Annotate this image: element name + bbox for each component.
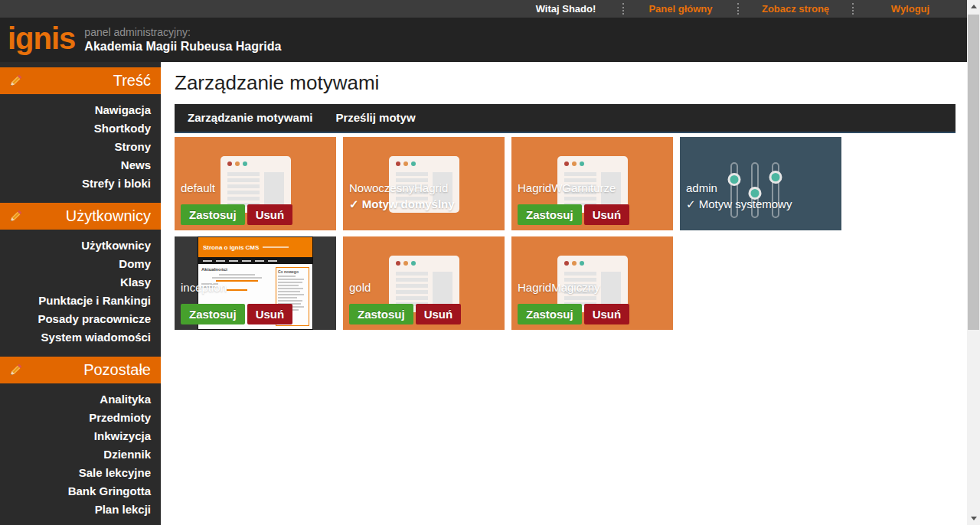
window-dots-icon [564,261,621,266]
preview-navbar [198,257,312,264]
sidebar-item-uzytkownicy[interactable]: Użytkownicy [10,236,151,255]
window-dots-icon [564,161,621,166]
theme-tabbar: Zarządzanie motywami Prześlij motyw [175,104,956,133]
theme-actions: Zastosuj Usuń [518,304,629,324]
tab-zarzadzanie-motywami[interactable]: Zarządzanie motywami [176,103,324,132]
delete-theme-button[interactable]: Usuń [247,304,293,324]
sidebar-item-system-wiadomosci[interactable]: System wiadomości [10,328,151,347]
section-title: Treść [23,72,161,90]
apply-theme-button[interactable]: Zastosuj [349,304,413,324]
preview-header: Strona o Ignis CMS [198,237,312,257]
theme-actions: Zastosuj Usuń [349,304,461,324]
theme-name: NowoczesnyHagrid [349,181,448,194]
default-theme-badge: ✓ Motyw domyślny [349,197,455,211]
theme-name: HagridMagiczny [518,281,600,294]
topbar-link-zobacz-strone[interactable]: Zobacz stronę [739,0,852,18]
preview-subtitle-bar [263,246,289,248]
sidebar-item-bank-gringotta[interactable]: Bank Gringotta [10,482,151,501]
apply-theme-button[interactable]: Zastosuj [181,204,245,225]
pencil-icon [8,363,23,378]
sidebar-item-strony[interactable]: Strony [10,138,151,156]
preview-site-title: Strona o Ignis CMS [203,244,259,251]
preview-right-heading: Co nowego [278,269,307,274]
header: ignis panel administracyjny: Akademia Ma… [0,18,967,62]
page-title: Zarządzanie motywami [175,71,956,95]
scroll-down-arrow[interactable] [967,512,980,525]
sidebar-item-shortkody[interactable]: Shortkody [10,119,151,138]
sidebar-item-plan-lekcji[interactable]: Plan lekcji [10,501,151,519]
sidebar-item-posady-pracownicze[interactable]: Posady pracownicze [10,310,151,328]
delete-theme-button[interactable]: Usuń [584,204,630,225]
topbar-link-panel-glowny[interactable]: Panel główny [624,0,737,18]
apply-theme-button[interactable]: Zastosuj [518,204,582,225]
themes-grid: default Zastosuj Usuń NowoczesnyHagrid ✓… [175,137,848,330]
theme-card-default: default Zastosuj Usuń [175,137,336,230]
site-name: Akademia Magii Rubeusa Hagrida [84,40,281,54]
theme-name: inception [181,281,227,294]
theme-card-hagridwgarniturze: HagridWGarniturze Zastosuj Usuń [511,137,673,230]
theme-name: gold [349,281,371,294]
topbar: Witaj Shado! Panel główny Zobacz stronę … [0,0,967,18]
pencil-icon [8,209,23,224]
theme-actions: Zastosuj Usuń [181,204,292,225]
delete-theme-button[interactable]: Usuń [416,304,462,324]
theme-card-inception: Strona o Ignis CMS Aktualności Co [175,236,336,330]
topbar-link-wyloguj[interactable]: Wyloguj [854,0,967,18]
section-title: Użytkownicy [23,207,161,225]
section-items-tresc: Nawigacja Shortkody Strony News Strefy i… [0,94,161,203]
sidebar-item-nawigacja[interactable]: Nawigacja [10,101,151,119]
sidebar-item-punktacje-i-rankingi[interactable]: Punktacje i Rankingi [10,292,151,310]
theme-actions: Zastosuj Usuń [518,204,629,225]
slider-knob [769,171,782,184]
sidebar: Treść Nawigacja Shortkody Strony News St… [0,62,161,525]
ignis-logo: ignis [8,23,75,54]
theme-card-admin: admin ✓ Motyw systemowy [680,137,841,230]
sidebar-item-news[interactable]: News [10,156,151,174]
theme-name: admin [686,181,717,194]
sidebar-item-domy[interactable]: Domy [10,255,151,273]
window-dots-icon [227,161,284,166]
scrollbar-thumb[interactable] [968,15,979,330]
sidebar-item-klasy[interactable]: Klasy [10,273,151,292]
sidebar-item-dziennik[interactable]: Dziennik [10,445,151,464]
sidebar-item-strefy-i-bloki[interactable]: Strefy i bloki [10,174,151,193]
apply-theme-button[interactable]: Zastosuj [181,304,245,324]
delete-theme-button[interactable]: Usuń [584,304,630,324]
theme-card-gold: gold Zastosuj Usuń [343,236,505,330]
panel-label: panel administracyjny: [84,26,281,38]
system-theme-badge: ✓ Motyw systemowy [686,197,792,211]
preview-left-heading: Aktualności [201,267,273,272]
section-items-uzytkownicy: Użytkownicy Domy Klasy Punktacje i Ranki… [0,230,161,357]
vertical-scrollbar[interactable] [967,0,980,525]
theme-name: default [181,181,215,194]
sidebar-item-inkwizycja[interactable]: Inkwizycja [10,427,151,445]
topbar-greeting: Witaj Shado! [509,0,622,18]
theme-name: HagridWGarniturze [518,181,616,194]
section-items-pozostale: Analityka Przedmioty Inkwizycja Dziennik… [0,383,161,525]
slider-knob [728,173,741,186]
tab-przeslij-motyw[interactable]: Prześlij motyw [324,103,426,132]
delete-theme-button[interactable]: Usuń [247,204,293,225]
section-title: Pozostałe [23,361,161,379]
window-dots-icon [396,161,452,166]
theme-card-hagridmagiczny: HagridMagiczny Zastosuj Usuń [511,236,673,330]
theme-actions: Zastosuj Usuń [181,304,292,324]
sidebar-item-sale-lekcyjne[interactable]: Sale lekcyjne [10,464,151,482]
window-dots-icon [396,261,452,266]
sidebar-item-przedmioty[interactable]: Przedmioty [10,409,151,427]
theme-card-nowoczesnyhagrid: NowoczesnyHagrid ✓ Motyw domyślny [343,137,505,230]
sidebar-section-uzytkownicy[interactable]: Użytkownicy [0,203,161,230]
sidebar-section-tresc[interactable]: Treść [0,67,161,94]
sidebar-section-pozostale[interactable]: Pozostałe [0,357,161,383]
scroll-up-arrow[interactable] [967,0,980,13]
sidebar-item-analityka[interactable]: Analityka [10,390,151,409]
main-content: Zarządzanie motywami Zarządzanie motywam… [161,62,967,525]
apply-theme-button[interactable]: Zastosuj [518,304,582,324]
pencil-icon [8,73,23,89]
